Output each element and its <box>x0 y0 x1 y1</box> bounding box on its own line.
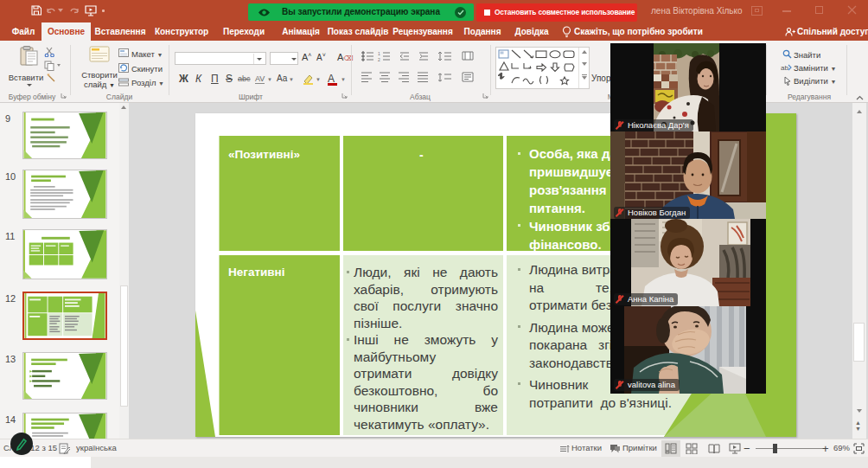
svg-text:1: 1 <box>378 51 380 56</box>
svg-text:ab: ab <box>781 64 788 72</box>
svg-text:2: 2 <box>378 57 380 62</box>
